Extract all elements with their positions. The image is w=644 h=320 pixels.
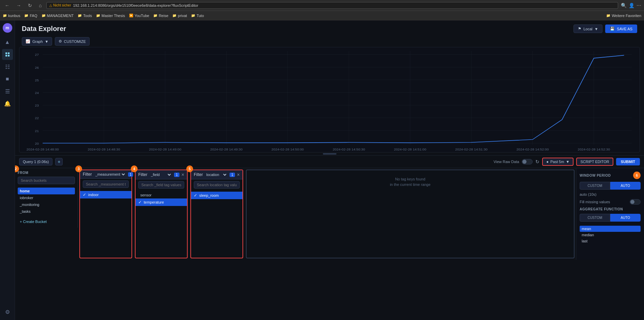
reload-button[interactable]: ↻: [26, 1, 34, 10]
nav-icon-boards[interactable]: ■: [2, 74, 13, 84]
custom-window-button[interactable]: CUSTOM: [580, 182, 610, 190]
profile-icon[interactable]: 👤: [629, 3, 634, 8]
save-as-button[interactable]: 💾 SAVE AS: [605, 25, 637, 33]
bucket-item-home[interactable]: home: [18, 188, 75, 194]
youtube-icon: ▶️: [129, 14, 133, 17]
refresh-button[interactable]: ↻: [535, 159, 539, 164]
query-bar: Query 1 (0.06s) + View Raw Data ↻ ● Past…: [15, 155, 644, 168]
back-button[interactable]: ←: [3, 1, 12, 10]
bookmark-management[interactable]: 📁 MANAGEMENT: [42, 14, 74, 18]
more-icon[interactable]: ⋯: [637, 3, 641, 8]
submit-button[interactable]: SUBMIT: [616, 158, 640, 165]
address-bar[interactable]: △ Nicht sicher 192.168.1.214:8086/orgs/d…: [46, 2, 618, 9]
bucket-item-monitoring[interactable]: _monitoring: [18, 201, 75, 208]
view-raw-label: View Raw Data: [493, 160, 519, 164]
filter1-field-select[interactable]: _measurement: [94, 172, 126, 177]
bookmark-reise[interactable]: 📁 Reise: [153, 14, 168, 18]
filter1-search-input[interactable]: [83, 180, 129, 188]
nav-logo[interactable]: m: [3, 23, 12, 33]
bookmarks-bar: 📁 kunbus 📁 FAQ 📁 MANAGEMENT 📁 Tools 📁 Ma…: [0, 11, 644, 20]
bookmark-label: Tuto: [197, 14, 204, 18]
bucket-list: home iobroker _monitoring _tasks: [18, 186, 75, 216]
nav-icon-explorer[interactable]: [2, 49, 13, 60]
local-button[interactable]: ⚑ Local ▼: [574, 25, 602, 33]
filter2-label: Filter: [138, 172, 147, 177]
bookmark-youtube[interactable]: ▶️ YouTube: [129, 14, 149, 18]
filter3-search-input[interactable]: [194, 181, 240, 189]
bookmark-label: kunbus: [8, 14, 20, 18]
bookmark-kunbus[interactable]: 📁 kunbus: [3, 14, 20, 18]
function-item-last[interactable]: last: [580, 238, 641, 244]
chevron-down-icon: ▼: [45, 39, 49, 44]
window-period-title: WINDOW PERIOD: [580, 174, 611, 177]
function-item-mean[interactable]: mean: [580, 226, 641, 232]
search-buckets-input[interactable]: [18, 177, 75, 184]
filter1-item-indoor[interactable]: ✓ indoor: [80, 191, 131, 198]
svg-text:2024-02-28 14:49:00: 2024-02-28 14:49:00: [149, 147, 181, 151]
extensions-icon[interactable]: 🔍: [621, 3, 627, 8]
folder-icon: 📁: [78, 14, 82, 17]
create-bucket-button[interactable]: + Create Bucket: [18, 218, 75, 225]
nav-icon-home[interactable]: ▲: [2, 37, 13, 48]
query-tab[interactable]: Query 1 (0.06s): [19, 158, 52, 165]
settings-icon: ⚙: [59, 39, 62, 44]
url-text: 192.168.1.214:8086/orgs/d4e1510f0eece6e8…: [73, 3, 199, 7]
filter2-field-select[interactable]: _field: [150, 172, 172, 177]
toggle-knob: [522, 160, 527, 164]
filter2-close-button[interactable]: ×: [182, 172, 184, 177]
svg-text:23: 23: [35, 103, 39, 107]
bookmark-more[interactable]: 📁 Weitere Favoriten: [606, 14, 641, 18]
nav-icon-tasks[interactable]: ☰: [2, 86, 13, 97]
nav-sidebar: m ▲ ☷ ■ ☰ 🔔 ⚙: [0, 20, 15, 320]
bucket-item-tasks[interactable]: _tasks: [18, 208, 75, 215]
nav-icon-dashboards[interactable]: ☷: [2, 61, 13, 72]
checkmark-icon: ✓: [83, 192, 86, 197]
svg-text:25: 25: [35, 78, 39, 82]
bookmark-label: Tools: [83, 14, 92, 18]
bookmark-faq[interactable]: 📁 FAQ: [24, 14, 37, 18]
window-period-toggle: CUSTOM AUTO: [580, 182, 641, 190]
svg-text:2024-02-28 14:49:30: 2024-02-28 14:49:30: [210, 147, 242, 151]
filter3-item-label: sleep_room: [199, 193, 219, 197]
bookmark-privat[interactable]: 📁 privat: [172, 14, 187, 18]
fill-missing-toggle[interactable]: [630, 199, 641, 205]
bookmark-tuto[interactable]: 📁 Tuto: [191, 14, 204, 18]
auto-value-label: auto (10s): [580, 192, 641, 196]
auto-window-button[interactable]: AUTO: [610, 182, 641, 190]
add-query-button[interactable]: +: [55, 158, 63, 165]
filter3-field-select[interactable]: location: [205, 172, 228, 177]
filter3-close-button[interactable]: ×: [237, 172, 240, 177]
home-button[interactable]: ⌂: [37, 1, 44, 10]
security-warning-text: Nicht sicher: [53, 3, 71, 7]
window-period-badge: 6: [633, 172, 641, 179]
bookmark-master-thesis[interactable]: 📁 Master Thesis: [96, 14, 125, 18]
bucket-item-iobroker[interactable]: iobroker: [18, 194, 75, 201]
script-editor-button[interactable]: SCRIPT EDITOR: [576, 158, 613, 166]
drag-handle: [323, 153, 336, 155]
svg-text:2024-02-28 14:51:00: 2024-02-28 14:51:00: [394, 147, 426, 151]
bookmark-tools[interactable]: 📁 Tools: [78, 14, 92, 18]
graph-type-button[interactable]: 📈 Graph ▼: [22, 37, 52, 46]
filter1-wrapper: 3 Filter _measurement 1 ✓: [78, 168, 133, 260]
filter3-item-sleep-room[interactable]: ✓ sleep_room: [191, 192, 242, 199]
filter2-search-input[interactable]: [138, 181, 184, 189]
forward-button[interactable]: →: [14, 1, 23, 10]
custom-agg-button[interactable]: CUSTOM: [580, 214, 610, 222]
resize-bar[interactable]: [15, 153, 644, 155]
chart-toolbar: 📈 Graph ▼ ⚙ CUSTOMIZE: [15, 36, 644, 47]
folder-icon: 📁: [96, 14, 100, 17]
nav-icon-alerts[interactable]: 🔔: [2, 98, 13, 109]
customize-button[interactable]: ⚙ CUSTOMIZE: [55, 37, 90, 46]
filter3-count: 1: [230, 173, 235, 177]
folder-icon: 📁: [42, 14, 46, 17]
filter2-item-temperature[interactable]: ✓ temperature: [136, 198, 187, 206]
filter2-item-sensor[interactable]: sensor: [136, 192, 187, 198]
nav-icon-settings[interactable]: ⚙: [2, 306, 13, 317]
time-range-button[interactable]: ● Past 5m ▼: [542, 158, 574, 166]
clock-icon: ●: [546, 160, 549, 164]
function-item-median[interactable]: median: [580, 232, 641, 238]
view-raw-toggle[interactable]: [522, 159, 533, 164]
step-badge-3: 3: [75, 165, 82, 172]
auto-agg-button[interactable]: AUTO: [610, 214, 641, 222]
fill-missing-row: Fill missing values: [580, 199, 641, 205]
